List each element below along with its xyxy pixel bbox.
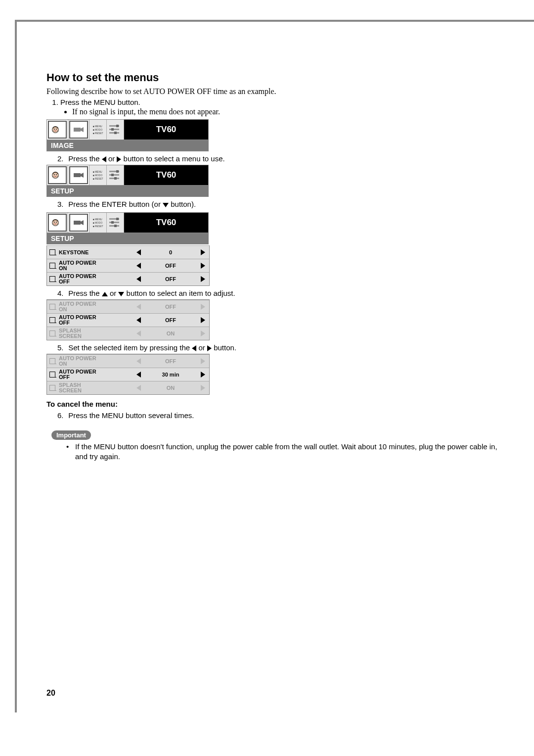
setting-value: ON <box>145 385 196 391</box>
setting-label: AUTO POWEROFF <box>58 369 132 380</box>
svg-point-17 <box>56 174 57 175</box>
reset-label: RESET <box>95 225 103 228</box>
right-arrow-icon <box>117 156 121 162</box>
step-1: Press the MENU button. If no signal is i… <box>60 98 504 116</box>
setting-label: AUTO POWERON <box>58 356 132 367</box>
setting-value: OFF <box>145 358 196 364</box>
increase-arrow-icon <box>196 304 209 310</box>
setting-label: AUTO POWERON <box>58 260 132 271</box>
row-icon <box>47 263 58 269</box>
setting-row: KEYSTONE0 <box>47 245 209 259</box>
step-4-text-a: Press the <box>68 289 102 297</box>
menu-label: MENU <box>95 170 102 173</box>
osd-menu-setup-header: ■ MENU ■ MODO ■ RESET TV60 SETUP <box>46 165 209 197</box>
row-icon <box>47 358 58 364</box>
setting-value: OFF <box>145 317 196 323</box>
step-5-text-c: button. <box>214 343 236 352</box>
left-arrow-icon <box>192 345 196 351</box>
svg-marker-32 <box>81 220 84 225</box>
setting-row: SPLASHSCREENON <box>47 327 209 340</box>
increase-arrow-icon <box>196 358 209 364</box>
image-tab-icon <box>47 213 68 233</box>
step-6: 6. Press the MENU button several times. <box>57 411 504 420</box>
row-icon <box>47 331 58 336</box>
svg-marker-19 <box>81 173 84 178</box>
setting-value: 30 min <box>145 372 196 378</box>
osd-icon-strip: ■ MENU ■ MODO ■ RESET TV60 <box>46 165 209 186</box>
step-5-text-a: Set the selected item by pressing the <box>68 343 192 352</box>
step-list: Press the MENU button. If no signal is i… <box>46 98 504 116</box>
svg-marker-6 <box>81 127 84 132</box>
manual-page: How to set the menus Following describe … <box>15 20 534 712</box>
step-5: 5. Set the selected item by pressing the… <box>57 343 504 352</box>
increase-arrow-icon <box>196 249 209 255</box>
step-6-text: Press the MENU button several times. <box>68 411 194 420</box>
tv-mode-label: TV60 <box>124 120 208 140</box>
step-5-text-b: or <box>198 343 207 352</box>
increase-arrow-icon <box>196 276 209 282</box>
image-tab-icon <box>47 120 68 140</box>
decrease-arrow-icon <box>132 331 145 336</box>
step-4-text-b: or <box>110 289 119 297</box>
osd-menu-name: SETUP <box>46 186 209 197</box>
setting-row: SPLASHSCREENON <box>47 381 209 394</box>
left-arrow-icon <box>102 156 106 162</box>
step-2-text-b: or <box>108 154 117 163</box>
svg-rect-18 <box>74 173 81 177</box>
sliders-tab-icon <box>107 213 124 233</box>
down-arrow-icon <box>163 203 169 207</box>
osd-icon-strip: ■ MENU ■ MODO ■ RESET TV60 <box>46 119 209 140</box>
mode-label: MODO <box>95 221 103 224</box>
step-3: 3. Press the ENTER button (or button). <box>57 200 504 208</box>
cancel-heading: To cancel the menu: <box>46 400 504 408</box>
row-icon <box>47 276 58 282</box>
list-tab-icon: ■ MENU ■ MODO ■ RESET <box>89 213 107 233</box>
increase-arrow-icon <box>196 385 209 391</box>
step-4-text-c: button to select an item to adjust. <box>127 289 235 297</box>
menu-label: MENU <box>95 125 102 128</box>
mode-label: MODO <box>95 128 103 131</box>
svg-point-3 <box>54 129 55 130</box>
video-tab-icon <box>68 165 89 185</box>
page-title: How to set the menus <box>46 71 504 84</box>
sliders-tab-icon <box>107 165 124 185</box>
decrease-arrow-icon <box>132 249 145 255</box>
step-2-text-a: Press the <box>68 154 102 163</box>
setting-value: OFF <box>145 263 196 269</box>
reset-label: RESET <box>95 132 103 135</box>
setting-value: ON <box>145 331 196 336</box>
svg-point-4 <box>56 129 57 130</box>
reset-label: RESET <box>95 177 103 180</box>
setting-label: SPLASHSCREEN <box>58 328 132 339</box>
important-note: If the MENU button doesn't function, unp… <box>66 442 504 462</box>
svg-point-16 <box>54 174 55 175</box>
setup-settings-list: KEYSTONE0AUTO POWERONOFFAUTO POWEROFFOFF <box>46 245 210 286</box>
svg-rect-12 <box>114 132 117 134</box>
setting-row: AUTO POWERONOFF <box>47 300 209 313</box>
tv-mode-label: TV60 <box>124 213 208 233</box>
setting-row: AUTO POWERONOFF <box>47 259 209 272</box>
increase-arrow-icon <box>196 372 209 378</box>
important-label: Important <box>51 430 91 440</box>
svg-rect-36 <box>116 218 119 220</box>
down-arrow-icon <box>118 292 124 296</box>
decrease-arrow-icon <box>132 385 145 391</box>
row-icon <box>47 249 58 255</box>
set-item-list: AUTO POWERONOFFAUTO POWEROFF30 minSPLASH… <box>46 354 210 395</box>
svg-point-29 <box>54 222 55 223</box>
svg-rect-31 <box>74 221 81 225</box>
setting-row: AUTO POWERONOFF <box>47 354 209 368</box>
step-2: 2. Press the or button to select a menu … <box>57 154 504 163</box>
decrease-arrow-icon <box>132 372 145 378</box>
increase-arrow-icon <box>196 263 209 269</box>
svg-rect-5 <box>74 128 81 132</box>
setting-value: 0 <box>145 249 196 255</box>
setting-row: AUTO POWEROFFOFF <box>47 313 209 327</box>
svg-rect-10 <box>116 125 119 127</box>
setting-value: OFF <box>145 276 196 282</box>
svg-rect-34 <box>109 222 119 223</box>
up-arrow-icon <box>102 292 108 296</box>
svg-rect-37 <box>111 221 114 224</box>
row-icon <box>47 317 58 323</box>
row-icon <box>47 385 58 391</box>
